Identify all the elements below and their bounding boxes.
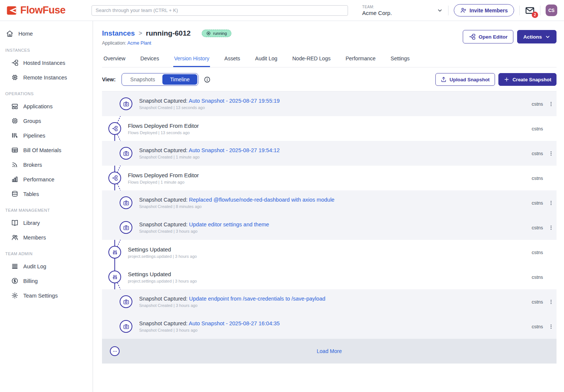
kebab-menu-icon[interactable]	[545, 299, 556, 305]
instance-tabs: Overview Devices Version History Assets …	[102, 53, 556, 67]
timeline-load-more-row: Load More	[102, 339, 556, 364]
kebab-menu-icon[interactable]	[545, 101, 556, 107]
kebab-menu-icon[interactable]	[545, 200, 556, 206]
upload-icon	[441, 76, 447, 82]
event-user: cstns	[532, 299, 543, 305]
application-line: Application: Acme Plant	[102, 40, 231, 46]
tab-settings[interactable]: Settings	[390, 53, 411, 67]
snapshot-link[interactable]: Replaced @flowfuse/node-red-dashboard wi…	[189, 197, 334, 203]
sidebar-section-team-admin: TEAM ADMIN	[0, 245, 93, 259]
kebab-menu-icon[interactable]	[545, 225, 556, 230]
breadcrumb-separator: >	[139, 30, 142, 37]
users-icon	[11, 234, 18, 241]
home-icon	[6, 30, 14, 37]
sidebar-item-label: Team Settings	[23, 293, 58, 299]
flowfuse-logo-icon	[6, 5, 17, 16]
page-title: running-6012	[146, 29, 190, 37]
tab-version-history[interactable]: Version History	[173, 53, 210, 67]
create-snapshot-button[interactable]: Create Snapshot	[498, 73, 556, 86]
event-title: Flows Deployed From Editor	[128, 123, 199, 129]
timeline-row: Flows Deployed From Editor Flows Deploye…	[102, 116, 556, 141]
event-user: cstns	[532, 274, 543, 280]
sidebar-item-hosted-instances[interactable]: Hosted Instances	[0, 55, 93, 70]
open-editor-label: Open Editor	[478, 34, 507, 40]
header-divider	[519, 6, 520, 15]
snapshot-link[interactable]: Update editor settings and theme	[189, 221, 269, 227]
snapshot-link[interactable]: Update endpoint from /save-credentials t…	[189, 296, 326, 302]
timeline-row: Snapshot Captured: Auto Snapshot - 2025-…	[102, 314, 556, 339]
upload-snapshot-button[interactable]: Upload Snapshot	[435, 73, 495, 86]
sidebar-item-performance[interactable]: Performance	[0, 172, 93, 187]
toggle-timeline[interactable]: Timeline	[162, 74, 197, 85]
toggle-snapshots[interactable]: Snapshots	[123, 74, 162, 85]
team-label: TEAM:	[362, 5, 392, 9]
table-icon	[11, 147, 18, 154]
timeline-row: Settings Updated project.settings.update…	[102, 265, 556, 289]
event-user: cstns	[532, 200, 543, 206]
event-user: cstns	[532, 175, 543, 181]
snapshot-link[interactable]: Auto Snapshot - 2025-08-27 16:04:35	[189, 320, 280, 326]
sidebar-item-applications[interactable]: Applications	[0, 99, 93, 114]
tab-overview[interactable]: Overview	[103, 53, 126, 67]
tab-node-red-logs[interactable]: Node-RED Logs	[292, 53, 332, 67]
event-subtitle: Snapshot Created | 3 hours ago	[139, 328, 280, 332]
tab-performance[interactable]: Performance	[345, 53, 376, 67]
invite-members-button[interactable]: Invite Members	[454, 4, 514, 16]
sidebar-section-operations: OPERATIONS	[0, 85, 93, 99]
sidebar-item-bill-of-materials[interactable]: Bill Of Materials	[0, 143, 93, 157]
invite-members-label: Invite Members	[470, 7, 508, 13]
breadcrumb: Instances > running-6012 running	[102, 29, 231, 37]
actions-button[interactable]: Actions	[517, 30, 556, 43]
event-user: cstns	[532, 101, 543, 107]
avatar[interactable]: CS	[546, 4, 557, 16]
sidebar-item-team-settings[interactable]: Team Settings	[0, 288, 93, 303]
snapshot-link[interactable]: Auto Snapshot - 2025-08-27 19:54:12	[189, 147, 280, 153]
database-icon	[11, 190, 18, 197]
info-icon[interactable]	[204, 76, 211, 83]
user-plus-icon	[460, 7, 466, 13]
camera-icon	[120, 295, 132, 308]
sidebar-item-audit-log[interactable]: Audit Log	[0, 259, 93, 274]
application-link[interactable]: Acme Plant	[127, 40, 151, 46]
sidebar-item-label: Bill Of Materials	[23, 147, 62, 153]
windows-icon	[11, 103, 18, 110]
header-divider	[448, 6, 448, 15]
notifications-button[interactable]: 2	[525, 6, 535, 15]
sidebar-item-label: Brokers	[23, 162, 42, 168]
event-user: cstns	[532, 324, 543, 329]
sidebar-item-brokers[interactable]: Brokers	[0, 157, 93, 172]
event-title: Snapshot Captured:	[139, 221, 189, 227]
logo-wordmark: FlowFuse	[20, 4, 66, 16]
team-switcher[interactable]: TEAM: Acme Corp.	[362, 5, 443, 16]
snapshot-link[interactable]: Auto Snapshot - 2025-08-27 19:55:19	[189, 98, 280, 104]
ellipsis-icon	[110, 346, 120, 356]
view-label: View:	[102, 76, 116, 82]
sidebar-item-label: Performance	[23, 177, 54, 183]
sidebar-item-members[interactable]: Members	[0, 230, 93, 245]
flowfuse-logo[interactable]: FlowFuse	[6, 4, 92, 16]
timeline-row: Flows Deployed From Editor Flows Deploye…	[102, 166, 556, 190]
sidebar-item-label: Applications	[23, 103, 52, 109]
search-input[interactable]	[92, 5, 348, 16]
bar-chart-icon	[11, 176, 18, 183]
team-name: Acme Corp.	[362, 10, 392, 16]
tab-audit-log[interactable]: Audit Log	[254, 53, 278, 67]
event-user: cstns	[532, 250, 543, 255]
kebab-menu-icon[interactable]	[545, 324, 556, 329]
tab-devices[interactable]: Devices	[140, 53, 160, 67]
timeline-row: Settings Updated project.settings.update…	[102, 240, 556, 265]
sidebar-item-pipelines[interactable]: Pipelines	[0, 128, 93, 143]
breadcrumb-instances-link[interactable]: Instances	[102, 29, 135, 37]
kebab-menu-icon[interactable]	[545, 151, 556, 156]
open-editor-button[interactable]: Open Editor	[463, 30, 513, 43]
status-label: running	[213, 31, 227, 36]
sidebar-item-home[interactable]: Home	[0, 26, 93, 41]
sidebar-item-library[interactable]: Library	[0, 215, 93, 230]
tab-assets[interactable]: Assets	[224, 53, 241, 67]
load-more-link[interactable]: Load More	[102, 348, 556, 354]
sidebar-item-billing[interactable]: Billing	[0, 274, 93, 288]
sidebar-item-remote-instances[interactable]: Remote Instances	[0, 70, 93, 85]
event-subtitle: Snapshot Created | 3 hours ago	[139, 303, 326, 308]
sidebar-item-tables[interactable]: Tables	[0, 187, 93, 201]
sidebar-item-groups[interactable]: Groups	[0, 114, 93, 128]
